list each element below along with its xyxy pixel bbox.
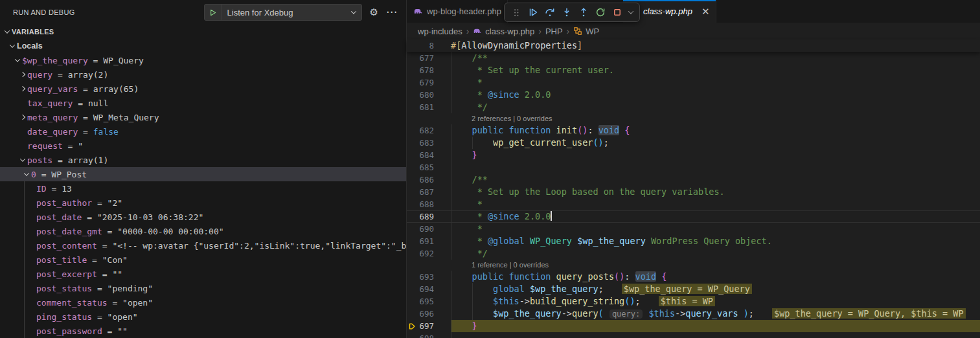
step-into-icon[interactable] [559,5,574,20]
code-content[interactable]: } [451,320,980,332]
code-line-694[interactable]: 694 global $wp_the_query;$wp_the_query =… [407,283,980,295]
breadcrumb-php[interactable]: PHP [545,27,563,36]
code-line-695[interactable]: 695 $this->build_query_string();$this = … [407,295,980,308]
codelens[interactable]: 1 reference | 0 overrides [407,260,980,271]
code-line-691[interactable]: 691 * @global WP_Query $wp_the_query Wor… [407,235,980,247]
code-content[interactable]: public function query_posts(): void { [451,271,980,283]
variable-row-comment_status[interactable]: comment_status = "open" [0,295,406,310]
code-line-686[interactable]: 686 /** [407,174,980,186]
code-content[interactable]: * Set up the Loop based on the query var… [451,186,980,198]
tab-wp-blog-header[interactable]: wp-blog-header.php [407,0,508,23]
code-content[interactable]: * Set up the current user. [451,64,980,76]
glyph-margin[interactable] [407,124,417,137]
code-line-696[interactable]: 696 $wp_the_query->query( query: $this->… [407,308,980,320]
close-tab-icon[interactable]: ✕ [701,6,710,17]
step-out-icon[interactable] [576,5,591,20]
variable-row-0[interactable]: 0 = WP_Post [0,167,406,181]
code-line-682[interactable]: 682 public function init(): void { [407,124,980,137]
glyph-margin[interactable] [407,308,417,320]
chevron-down-icon[interactable] [18,158,27,162]
stop-icon[interactable] [610,5,624,20]
toolbar-drag-grip-icon[interactable] [508,5,523,20]
more-actions-icon[interactable]: ⋯ [386,9,397,16]
code-area[interactable]: 677 /**678 * Set up the current user.679… [407,52,980,338]
breadcrumb-folder[interactable]: wp-includes [418,27,462,36]
variable-row-post_excerpt[interactable]: post_excerpt = "" [0,267,406,281]
glyph-margin[interactable] [407,223,417,235]
variable-row-query_vars[interactable]: query_vars = array(65) [0,82,406,96]
glyph-margin[interactable] [407,210,417,223]
code-content[interactable]: $this->build_query_string();$this = WP [451,295,980,308]
code-line-681[interactable]: 681 */ [407,101,980,113]
restart-icon[interactable] [593,5,608,20]
launch-config-label[interactable]: Listen for Xdebug [222,8,352,17]
step-over-icon[interactable] [542,5,557,20]
launch-config-dropdown[interactable]: Listen for Xdebug [204,4,362,21]
code-line-689[interactable]: 689 * @since 2.0.0 [407,210,980,223]
breadcrumb-class-wp[interactable]: WP [573,27,599,36]
glyph-margin[interactable] [407,101,417,113]
glyph-margin[interactable] [407,235,417,247]
code-content[interactable] [451,161,980,174]
chevron-right-icon[interactable] [18,73,27,76]
code-content[interactable] [451,332,980,338]
glyph-margin[interactable] [407,161,417,174]
variable-row-post_password[interactable]: post_password = "" [0,324,406,338]
code-content[interactable]: * @since 2.0.0 [451,89,980,101]
glyph-margin[interactable] [407,198,417,210]
chevron-down-icon[interactable] [8,44,17,48]
tab-label[interactable]: wp-blog-header.php [427,6,501,16]
code-line-692[interactable]: 692 */ [407,247,980,260]
variable-row-post_date_gmt[interactable]: post_date_gmt = "0000-00-00 00:00:00" [0,224,406,238]
glyph-margin[interactable] [407,186,417,198]
chevron-right-icon[interactable] [18,87,27,91]
code-content[interactable]: * @since 2.0.0 [451,210,980,223]
variable-row-post_content[interactable]: post_content = "<!-- wp:avatar {"userId"… [0,238,406,253]
code-line-683[interactable]: 683 wp_get_current_user(); [407,137,980,149]
sticky-scroll-line[interactable]: 8 #[AllowDynamicProperties] [407,39,980,52]
glyph-margin[interactable] [407,174,417,186]
continue-icon[interactable] [525,5,540,20]
glyph-margin[interactable] [407,149,417,161]
variable-row-ping_status[interactable]: ping_status = "open" [0,310,406,324]
code-line-679[interactable]: 679 * [407,76,980,89]
code-content[interactable]: * [451,198,980,210]
code-content[interactable]: wp_get_current_user(); [451,137,980,149]
code-line-697[interactable]: 697 } [407,320,980,332]
code-content[interactable]: global $wp_the_query;$wp_the_query = WP_… [451,283,980,295]
chevron-down-icon[interactable] [22,172,31,176]
breadcrumb-file[interactable]: class-wp.php [473,27,534,36]
code-content[interactable]: public function init(): void { [451,124,980,137]
code-line-693[interactable]: 693 public function query_posts(): void … [407,271,980,283]
code-content[interactable]: /** [451,52,980,64]
code-line-687[interactable]: 687 * Set up the Loop based on the query… [407,186,980,198]
gear-icon[interactable]: ⚙ [370,6,378,18]
variable-row-tax_query[interactable]: tax_query = null [0,96,406,110]
glyph-margin[interactable] [407,76,417,89]
code-content[interactable]: */ [451,247,980,260]
glyph-margin[interactable] [407,52,417,64]
code-line-678[interactable]: 678 * Set up the current user. [407,64,980,76]
variable-row-request[interactable]: request = " [0,139,406,153]
chevron-down-icon[interactable] [3,30,12,34]
code-line-684[interactable]: 684 } [407,149,980,161]
variable-row-post_title[interactable]: post_title = "Con" [0,253,406,267]
variable-row-meta_query[interactable]: meta_query = WP_Meta_Query [0,110,406,124]
variable-row-post_author[interactable]: post_author = "2" [0,196,406,210]
variable-row-posts[interactable]: posts = array(1) [0,153,406,167]
variable-row-post_status[interactable]: post_status = "pending" [0,281,406,295]
tab-label[interactable]: class-wp.php [643,6,692,16]
variable-row-date_query[interactable]: date_query = false [0,124,406,139]
code-content[interactable]: * @global WP_Query $wp_the_query WordPre… [451,235,980,247]
scope-locals-row[interactable]: Locals [0,39,406,53]
variable-row-$wp_the_query[interactable]: $wp_the_query = WP_Query [0,53,406,67]
glyph-margin[interactable] [407,332,417,338]
code-content[interactable]: /** [451,174,980,186]
variable-row-ID[interactable]: ID = 13 [0,181,406,196]
variable-row-post_date[interactable]: post_date = "2025-10-03 06:38:22" [0,210,406,224]
code-content[interactable]: * [451,223,980,235]
chevron-down-icon[interactable] [350,8,356,14]
glyph-margin[interactable] [407,247,417,260]
chevron-down-icon[interactable] [13,58,22,62]
code-content[interactable]: } [451,149,980,161]
